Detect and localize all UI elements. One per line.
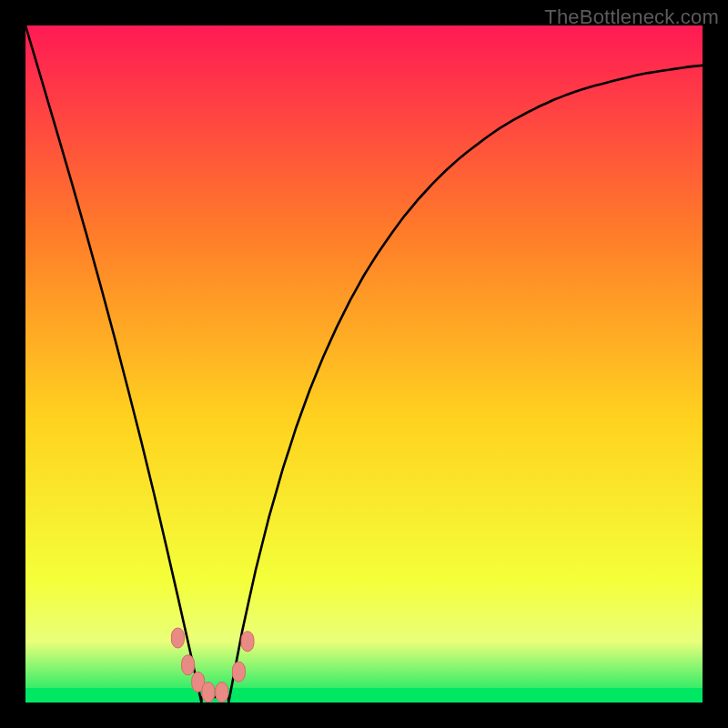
bottom-green-strip <box>25 688 703 703</box>
curve-marker <box>202 682 215 703</box>
curve-marker <box>171 628 184 648</box>
curve-marker <box>182 655 195 675</box>
watermark-text: TheBottleneck.com <box>544 5 719 29</box>
curve-marker <box>216 682 228 703</box>
chart-frame: TheBottleneck.com <box>0 0 728 728</box>
bottleneck-plot <box>25 25 703 703</box>
curve-marker <box>241 632 254 652</box>
curve-marker <box>232 662 245 682</box>
plot-area <box>25 25 703 703</box>
gradient-background <box>25 25 703 703</box>
